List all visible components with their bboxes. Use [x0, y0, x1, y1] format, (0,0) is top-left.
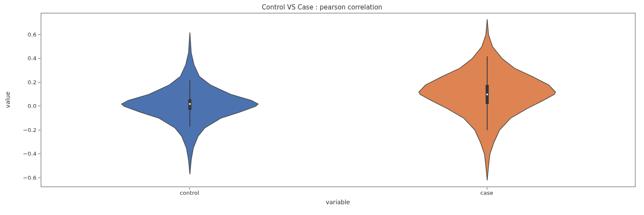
- x-tick-label: control: [180, 190, 199, 196]
- y-tick-label: −0.2: [19, 126, 36, 133]
- y-tick: [38, 58, 40, 58]
- y-tick: [38, 34, 40, 35]
- median-dot-control: [189, 103, 191, 105]
- y-tick: [38, 106, 40, 106]
- y-tick-label: 0.6: [19, 31, 36, 37]
- y-tick-label: 0.0: [19, 103, 36, 109]
- y-tick-label: 0.4: [19, 55, 36, 61]
- x-tick-label: case: [480, 190, 493, 196]
- chart-title: Control VS Case : pearson correlation: [0, 3, 644, 11]
- median-dot-case: [486, 94, 488, 95]
- plot-area: [41, 13, 635, 187]
- x-axis-label: variable: [326, 199, 350, 206]
- y-tick: [38, 154, 40, 154]
- y-tick-label: 0.2: [19, 79, 36, 85]
- y-axis-label: value: [4, 92, 11, 108]
- violin-plot-svg: [41, 13, 636, 187]
- y-tick-label: −0.6: [19, 174, 36, 181]
- y-tick-label: −0.4: [19, 150, 36, 157]
- y-tick: [38, 178, 40, 178]
- y-tick: [38, 82, 40, 83]
- y-tick: [38, 130, 40, 130]
